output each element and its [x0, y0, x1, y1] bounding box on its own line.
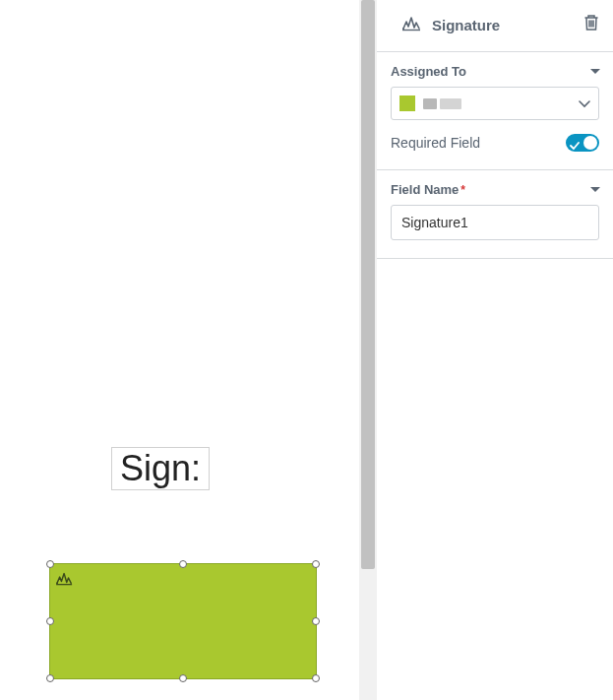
assigned-to-section: Assigned To Required Field: [377, 52, 613, 169]
required-field-row: Required Field: [391, 134, 599, 152]
canvas-scrollbar[interactable]: [359, 0, 377, 700]
signature-icon: [402, 14, 422, 35]
checkmark-icon: [570, 137, 580, 155]
field-name-input[interactable]: [391, 205, 599, 240]
resize-handle-top-middle[interactable]: [179, 560, 187, 568]
resize-handle-middle-left[interactable]: [46, 617, 54, 625]
chevron-down-icon: [579, 95, 590, 112]
chevron-down-icon: [589, 68, 601, 76]
required-asterisk: *: [460, 183, 465, 197]
resize-handle-top-left[interactable]: [46, 560, 54, 568]
assignee-name: [423, 98, 573, 109]
panel-header: Signature: [377, 0, 613, 51]
properties-panel: Signature Assigned To Required Field: [377, 0, 613, 700]
assigned-to-label: Assigned To: [391, 64, 599, 79]
resize-handle-bottom-right[interactable]: [312, 674, 320, 682]
signature-field[interactable]: [49, 563, 317, 679]
required-field-label: Required Field: [391, 135, 480, 151]
required-field-toggle[interactable]: [566, 134, 599, 152]
field-name-label: Field Name*: [391, 182, 599, 197]
resize-handle-bottom-middle[interactable]: [179, 674, 187, 682]
delete-button[interactable]: [582, 12, 601, 37]
divider: [377, 258, 613, 259]
signature-icon: [56, 570, 74, 590]
svg-point-1: [56, 582, 58, 584]
resize-handle-middle-right[interactable]: [312, 617, 320, 625]
field-name-section: Field Name*: [377, 170, 613, 258]
section-collapse-toggle[interactable]: [589, 180, 601, 198]
assignee-color-swatch: [399, 95, 415, 111]
resize-handle-bottom-left[interactable]: [46, 674, 54, 682]
section-collapse-toggle[interactable]: [589, 62, 601, 80]
document-canvas[interactable]: Sign:: [0, 0, 359, 700]
assigned-to-dropdown[interactable]: [391, 87, 599, 120]
toggle-knob: [583, 136, 597, 150]
chevron-down-icon: [589, 186, 601, 194]
trash-icon: [583, 14, 599, 32]
svg-point-3: [402, 28, 404, 30]
canvas-scrollbar-thumb[interactable]: [361, 0, 375, 569]
panel-title: Signature: [432, 17, 582, 33]
sign-text-label[interactable]: Sign:: [111, 447, 210, 490]
resize-handle-top-right[interactable]: [312, 560, 320, 568]
